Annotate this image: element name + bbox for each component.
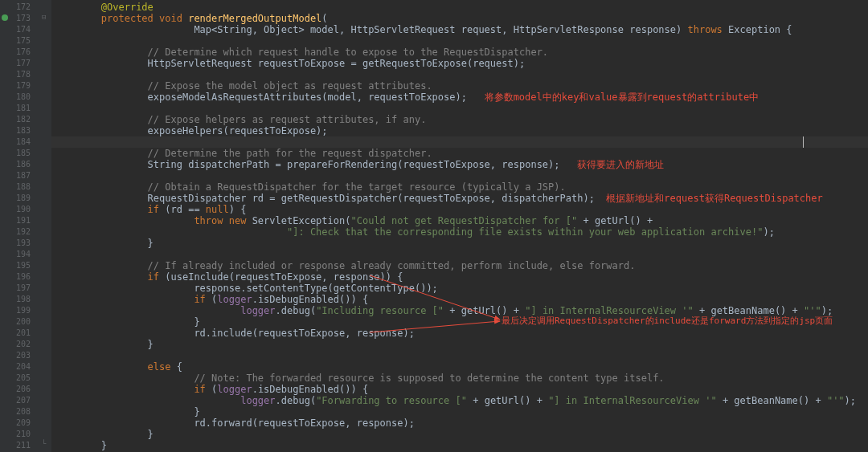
code-line[interactable]: // Expose the model object as request at… xyxy=(51,80,868,92)
code-token: throw new xyxy=(194,215,252,226)
code-token: "] in InternalResourceView '" xyxy=(548,395,723,406)
code-content[interactable]: @Override protected void renderMergedOut… xyxy=(51,0,868,452)
code-token: @Override xyxy=(101,2,154,13)
line-number: 180 xyxy=(0,92,40,103)
code-token: (rd == xyxy=(165,204,206,215)
line-number: 202 xyxy=(0,339,40,350)
code-token: "]: Check that the corresponding file ex… xyxy=(287,226,763,238)
code-token: { xyxy=(177,361,182,373)
code-editor[interactable]: 1721731741751761771781791801811821831841… xyxy=(0,0,868,452)
code-line[interactable]: // Determine the path for the request di… xyxy=(51,148,868,159)
code-line[interactable]: if (rd == null) { xyxy=(51,204,868,215)
code-line[interactable]: rd.forward(requestToExpose, response); xyxy=(51,417,868,429)
code-token: } xyxy=(148,429,154,440)
code-token: .debug( xyxy=(276,305,317,316)
line-number: 190 xyxy=(0,204,40,215)
code-line[interactable]: throw new ServletException("Could not ge… xyxy=(51,215,868,226)
code-token: // Obtain a RequestDispatcher for the ta… xyxy=(148,181,566,193)
fold-gutter[interactable]: ⊟└ xyxy=(40,0,51,452)
code-line[interactable]: // If already included or response alrea… xyxy=(51,260,868,271)
code-line[interactable]: response.setContentType(getContentType()… xyxy=(51,283,868,294)
code-token xyxy=(595,193,606,204)
code-line[interactable]: logger.debug("Forwarding to resource [" … xyxy=(51,395,868,406)
code-token: 根据新地址和request获得RequestDispatcher xyxy=(606,193,822,204)
code-token: Map<String, Object> model, HttpServletRe… xyxy=(194,24,687,35)
line-number: 200 xyxy=(0,316,40,328)
code-token: response.setContentType(getContentType()… xyxy=(194,283,437,294)
code-token: Exception { xyxy=(728,24,792,35)
code-token: logger xyxy=(240,305,275,316)
line-number: 187 xyxy=(0,170,40,181)
code-token: if xyxy=(148,204,166,215)
line-number: 185 xyxy=(0,148,40,159)
line-number: 193 xyxy=(0,238,40,249)
code-token: throws xyxy=(687,24,728,35)
code-line[interactable]: exposeHelpers(requestToExpose); xyxy=(51,125,868,136)
code-token: + getUrl() + xyxy=(473,395,548,406)
code-token: if xyxy=(148,271,166,283)
line-number: 197 xyxy=(0,283,40,294)
line-number: 177 xyxy=(0,58,40,69)
code-token: // Determine which request handle to exp… xyxy=(148,47,549,58)
code-token: ) { xyxy=(229,204,247,215)
code-line[interactable] xyxy=(51,103,868,114)
code-token: .isDebugEnabled()) { xyxy=(252,294,369,305)
code-token: } xyxy=(148,238,154,249)
fold-collapse-icon[interactable]: ⊟ xyxy=(42,13,46,21)
code-token: ); xyxy=(845,395,856,406)
code-line[interactable]: if (logger.isDebugEnabled()) { xyxy=(51,384,868,395)
code-line[interactable]: String dispatcherPath = prepareForRender… xyxy=(51,159,868,170)
line-number: 183 xyxy=(0,125,40,136)
line-number: 207 xyxy=(0,395,40,406)
line-number: 176 xyxy=(0,47,40,58)
code-line[interactable]: exposeModelAsRequestAttributes(model, re… xyxy=(51,92,868,103)
code-token: rd.include(requestToExpose, response); xyxy=(194,328,415,339)
code-line[interactable]: } xyxy=(51,406,868,417)
code-line[interactable]: RequestDispatcher rd = getRequestDispatc… xyxy=(51,193,868,204)
code-token: rd.forward(requestToExpose, response); xyxy=(194,417,415,429)
code-line[interactable]: if (logger.isDebugEnabled()) { xyxy=(51,294,868,305)
code-line[interactable]: // Expose helpers as request attributes,… xyxy=(51,114,868,125)
code-line[interactable] xyxy=(51,170,868,181)
code-token: "Forwarding to resource [" xyxy=(316,395,473,406)
line-number-gutter: 1721731741751761771781791801811821831841… xyxy=(0,0,40,452)
code-line[interactable] xyxy=(51,69,868,80)
code-line[interactable]: // Obtain a RequestDispatcher for the ta… xyxy=(51,181,868,193)
line-number: 204 xyxy=(0,361,40,373)
code-line[interactable]: if (useInclude(requestToExpose, response… xyxy=(51,271,868,283)
line-number: 210 xyxy=(0,429,40,440)
line-number: 209 xyxy=(0,417,40,429)
line-number: 188 xyxy=(0,181,40,193)
code-line[interactable] xyxy=(51,136,868,148)
code-token: exposeHelpers(requestToExpose); xyxy=(148,125,328,136)
code-line[interactable]: "]: Check that the corresponding file ex… xyxy=(51,226,868,238)
code-token: + getBeanName() + xyxy=(723,395,827,406)
code-line[interactable]: // Note: The forwarded resource is suppo… xyxy=(51,373,868,384)
code-line[interactable]: protected void renderMergedOutputModel( xyxy=(51,13,868,24)
code-line[interactable]: Map<String, Object> model, HttpServletRe… xyxy=(51,24,868,35)
code-line[interactable]: } xyxy=(51,339,868,350)
code-token: .debug( xyxy=(276,395,317,406)
code-line[interactable]: } xyxy=(51,429,868,440)
line-number: 192 xyxy=(0,226,40,238)
code-line[interactable] xyxy=(51,35,868,47)
line-number: 206 xyxy=(0,384,40,395)
code-line[interactable]: else { xyxy=(51,361,868,373)
line-number: 184 xyxy=(0,136,40,148)
code-line[interactable]: } xyxy=(51,440,868,451)
code-line[interactable]: HttpServletRequest requestToExpose = get… xyxy=(51,58,868,69)
code-token: } xyxy=(194,406,199,417)
code-token: else xyxy=(148,361,177,373)
code-line[interactable]: // Determine which request handle to exp… xyxy=(51,47,868,58)
code-line[interactable] xyxy=(51,249,868,260)
code-line[interactable]: rd.include(requestToExpose, response); xyxy=(51,328,868,339)
code-token: ServletException( xyxy=(252,215,351,226)
code-token: ( xyxy=(321,13,327,24)
code-line[interactable] xyxy=(51,350,868,361)
code-token: } xyxy=(101,440,107,451)
code-token: 将参数model中的key和value暴露到request的attribute中 xyxy=(485,92,760,103)
line-number: 211 xyxy=(0,440,40,451)
line-number: 196 xyxy=(0,271,40,283)
code-line[interactable]: } xyxy=(51,238,868,249)
code-line[interactable]: @Override xyxy=(51,2,868,13)
